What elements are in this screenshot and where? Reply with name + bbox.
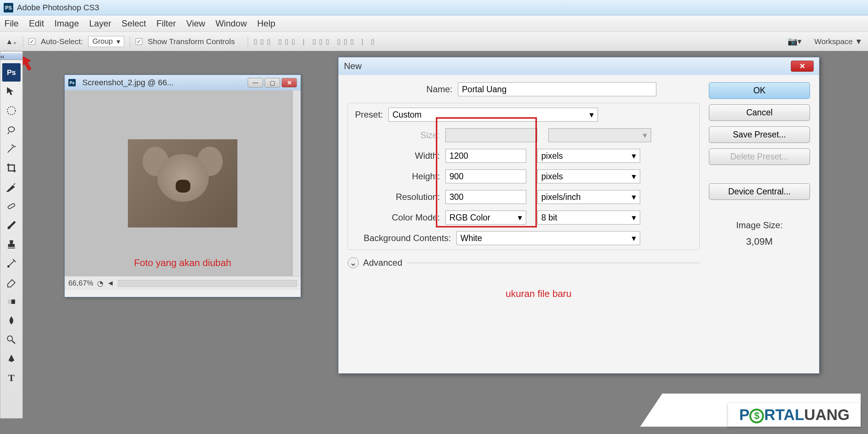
- menu-image[interactable]: Image: [54, 18, 79, 29]
- name-label: Name:: [348, 84, 458, 94]
- eraser-tool[interactable]: [2, 273, 21, 292]
- menu-window[interactable]: Window: [215, 18, 247, 29]
- app-title: Adobe Photoshop CS3: [17, 3, 99, 12]
- marquee-tool[interactable]: [2, 101, 21, 120]
- bg-label: Background Contents:: [352, 233, 456, 243]
- svg-point-5: [7, 336, 12, 341]
- ps-icon: Ps: [2, 63, 21, 82]
- bg-dropdown[interactable]: White▾: [456, 231, 640, 245]
- colordepth-dropdown[interactable]: 8 bit▾: [537, 211, 640, 225]
- colormode-label: Color Mode:: [352, 212, 445, 223]
- transform-label: Show Transform Controls: [148, 37, 235, 46]
- save-preset-button[interactable]: Save Preset...: [709, 126, 810, 143]
- chevron-down-icon: ▾: [589, 110, 594, 120]
- document-title: Screenshot_2.jpg @ 66...: [82, 78, 174, 87]
- pen-tool[interactable]: [2, 350, 21, 368]
- resolution-label: Resolution:: [352, 192, 445, 202]
- move-tool-icon[interactable]: ▲₊: [6, 36, 17, 47]
- goto-bridge-icon[interactable]: 📷▾: [788, 37, 801, 46]
- resolution-unit-dropdown[interactable]: pixels/inch▾: [537, 190, 640, 204]
- stamp-tool[interactable]: [2, 235, 21, 254]
- minimize-button[interactable]: —: [248, 78, 263, 87]
- colormode-dropdown[interactable]: RGB Color▾: [445, 211, 526, 225]
- preset-dropdown[interactable]: Custom▾: [388, 108, 598, 122]
- preset-label: Preset:: [352, 110, 388, 120]
- menu-file[interactable]: File: [4, 18, 19, 29]
- chevron-down-icon: ▾: [632, 151, 636, 161]
- menu-view[interactable]: View: [186, 18, 205, 29]
- chevron-down-icon: ▾: [518, 213, 522, 223]
- maximize-button[interactable]: ▢: [265, 78, 280, 87]
- size-dropdown: [445, 128, 537, 142]
- svg-point-2: [7, 265, 10, 268]
- height-input[interactable]: [445, 169, 526, 183]
- resolution-input[interactable]: [445, 190, 526, 204]
- advanced-label: Advanced: [363, 258, 402, 268]
- menu-filter[interactable]: Filter: [156, 18, 176, 29]
- history-brush-tool[interactable]: [2, 254, 21, 273]
- dialog-close-button[interactable]: ✕: [791, 61, 814, 72]
- name-input[interactable]: [458, 82, 656, 96]
- menu-help[interactable]: Help: [257, 18, 275, 29]
- brush-tool[interactable]: [2, 216, 21, 234]
- slice-tool[interactable]: [2, 178, 21, 196]
- svg-rect-1: [7, 203, 15, 209]
- align-icons[interactable]: ▯▯▯ ▯▯▯ | ▯▯▯ ▯▯▯ | ▯: [254, 37, 377, 46]
- image-size-value: 3,09M: [709, 236, 810, 247]
- size-label: Size:: [352, 130, 445, 140]
- chevron-down-icon: ▾: [632, 213, 636, 223]
- advanced-toggle[interactable]: ⌄: [348, 257, 359, 268]
- ok-button[interactable]: OK: [709, 82, 810, 99]
- document-window: Ps Screenshot_2.jpg @ 66... — ▢ ✕ Foto y…: [64, 75, 301, 297]
- lasso-tool[interactable]: [2, 121, 21, 139]
- doc-icon: Ps: [68, 79, 76, 86]
- toolbox: ‹‹ Ps T: [0, 51, 23, 419]
- delete-preset-button: Delete Preset...: [709, 148, 810, 165]
- gradient-tool[interactable]: [2, 293, 21, 311]
- svg-rect-4: [8, 300, 11, 304]
- chevron-down-icon: ▾: [632, 233, 636, 243]
- option-bar: ▲₊ ✓ Auto-Select: Group▾ ✓ Show Transfor…: [0, 32, 868, 51]
- move-tool[interactable]: [2, 82, 21, 101]
- autoselect-label: Auto-Select:: [41, 37, 83, 46]
- ps-logo-icon: PS: [4, 3, 13, 12]
- scrollbar-vertical[interactable]: [293, 90, 301, 276]
- width-input[interactable]: [445, 149, 526, 163]
- image-preview: [128, 139, 237, 227]
- width-unit-dropdown[interactable]: pixels▾: [537, 149, 640, 163]
- toolbox-grip[interactable]: ‹‹: [0, 53, 22, 60]
- annotation-caption: Foto yang akan diubah: [65, 257, 301, 269]
- document-canvas[interactable]: Foto yang akan diubah: [65, 90, 301, 276]
- menu-layer[interactable]: Layer: [89, 18, 111, 29]
- transform-checkbox[interactable]: ✓: [136, 38, 142, 45]
- height-unit-dropdown[interactable]: pixels▾: [537, 169, 640, 183]
- size-unit-dropdown: ▾: [548, 128, 651, 142]
- dodge-tool[interactable]: [2, 331, 21, 349]
- dollar-icon: $: [749, 409, 764, 423]
- chevron-down-icon: ▾: [632, 172, 636, 182]
- document-titlebar[interactable]: Ps Screenshot_2.jpg @ 66... — ▢ ✕: [65, 75, 301, 90]
- wand-tool[interactable]: [2, 140, 21, 158]
- status-icon[interactable]: ◔: [97, 279, 103, 288]
- scrollbar-horizontal[interactable]: [118, 280, 297, 287]
- autoselect-dropdown[interactable]: Group▾: [88, 36, 124, 47]
- cancel-button[interactable]: Cancel: [709, 104, 810, 121]
- close-button[interactable]: ✕: [281, 78, 297, 87]
- blur-tool[interactable]: [2, 312, 21, 330]
- type-tool[interactable]: T: [2, 369, 21, 387]
- dialog-title: New: [344, 61, 362, 71]
- device-central-button[interactable]: Device Central...: [709, 183, 810, 200]
- crop-tool[interactable]: [2, 159, 21, 177]
- heal-tool[interactable]: [2, 197, 21, 215]
- status-arrow-icon[interactable]: ◄: [107, 279, 114, 287]
- menu-select[interactable]: Select: [122, 18, 146, 29]
- workspace-dropdown[interactable]: Workspace ▼: [814, 37, 862, 46]
- menu-edit[interactable]: Edit: [29, 18, 44, 29]
- svg-point-0: [7, 107, 15, 115]
- width-label: Width:: [352, 151, 445, 161]
- dialog-titlebar[interactable]: New ✕: [338, 57, 819, 75]
- annotation-text: ukuran file baru: [506, 288, 571, 300]
- autoselect-checkbox[interactable]: ✓: [29, 38, 35, 45]
- chevron-down-icon: ▾: [632, 192, 636, 202]
- zoom-level[interactable]: 66,67%: [68, 279, 93, 287]
